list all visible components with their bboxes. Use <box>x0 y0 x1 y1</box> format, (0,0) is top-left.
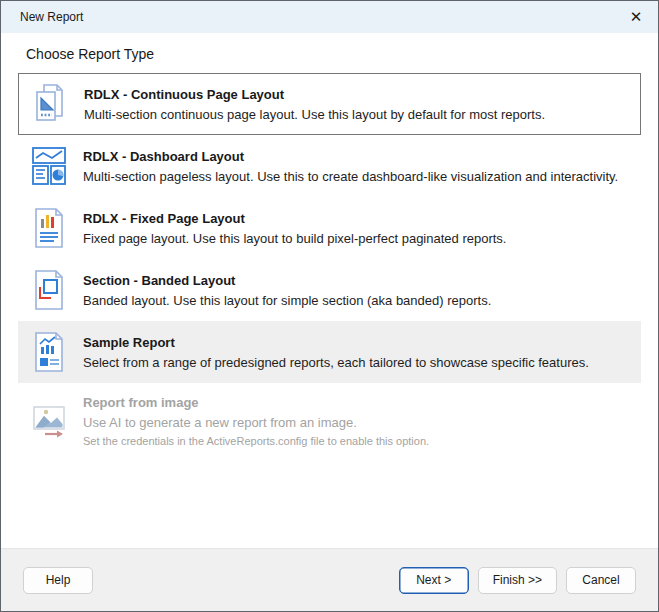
report-type-list: RDLX - Continuous Page Layout Multi-sect… <box>18 73 641 459</box>
option-title: RDLX - Dashboard Layout <box>83 149 618 164</box>
option-title: Sample Report <box>83 335 589 350</box>
option-title: RDLX - Fixed Page Layout <box>83 211 506 226</box>
fixed-page-chart-icon <box>29 204 69 252</box>
dialog-footer: Help Next > Finish >> Cancel <box>1 548 658 611</box>
option-description: Select from a range of predesigned repor… <box>83 355 589 370</box>
option-sample-report[interactable]: Sample Report Select from a range of pre… <box>18 321 641 383</box>
dashboard-icon <box>29 142 69 190</box>
option-description: Use AI to generate a new report from an … <box>83 415 429 430</box>
option-rdlx-fixed[interactable]: RDLX - Fixed Page Layout Fixed page layo… <box>18 197 641 259</box>
cancel-button[interactable]: Cancel <box>566 567 636 594</box>
option-description: Fixed page layout. Use this layout to bu… <box>83 231 506 246</box>
page-title: Choose Report Type <box>1 33 658 73</box>
option-description: Multi-section continuous page layout. Us… <box>84 107 545 122</box>
next-button[interactable]: Next > <box>399 567 469 594</box>
sample-report-icon <box>29 328 69 376</box>
option-title: RDLX - Continuous Page Layout <box>84 87 545 102</box>
close-icon[interactable]: ✕ <box>614 1 658 33</box>
finish-button[interactable]: Finish >> <box>478 567 557 594</box>
option-rdlx-continuous[interactable]: RDLX - Continuous Page Layout Multi-sect… <box>18 73 641 135</box>
option-title: Section - Banded Layout <box>83 273 491 288</box>
titlebar: New Report ✕ <box>1 1 658 33</box>
option-note: Set the credentials in the ActiveReports… <box>83 435 429 447</box>
option-report-from-image: Report from image Use AI to generate a n… <box>18 383 641 459</box>
help-button[interactable]: Help <box>23 567 93 594</box>
window-title: New Report <box>20 10 83 24</box>
option-title: Report from image <box>83 395 429 410</box>
continuous-pages-icon <box>30 80 70 128</box>
option-rdlx-dashboard[interactable]: RDLX - Dashboard Layout Multi-section pa… <box>18 135 641 197</box>
new-report-dialog: New Report ✕ Choose Report Type RDLX - C… <box>0 0 659 612</box>
option-description: Multi-section pageless layout. Use this … <box>83 169 618 184</box>
option-description: Banded layout. Use this layout for simpl… <box>83 293 491 308</box>
banded-section-icon <box>29 266 69 314</box>
option-section-banded[interactable]: Section - Banded Layout Banded layout. U… <box>18 259 641 321</box>
image-report-icon <box>29 397 69 445</box>
